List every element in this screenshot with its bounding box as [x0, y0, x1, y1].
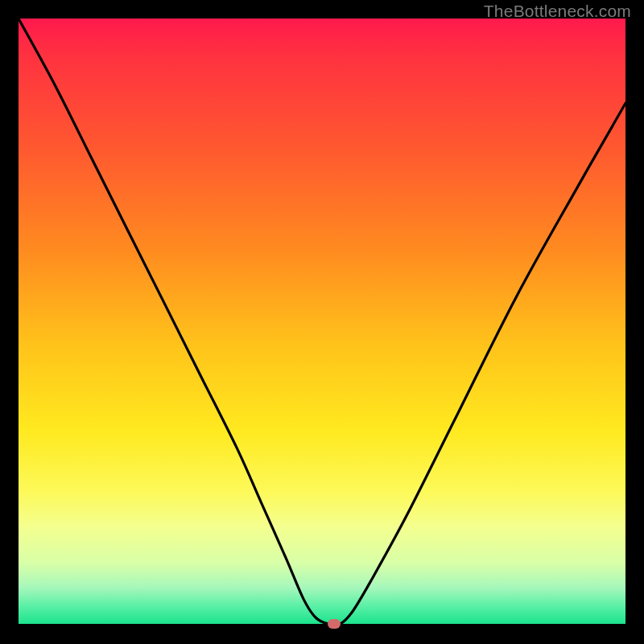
plot-area [19, 19, 625, 624]
bottleneck-curve [19, 19, 625, 624]
chart-frame: TheBottleneck.com [0, 0, 644, 644]
minimum-marker-dot [328, 619, 341, 629]
watermark-label: TheBottleneck.com [484, 2, 631, 21]
